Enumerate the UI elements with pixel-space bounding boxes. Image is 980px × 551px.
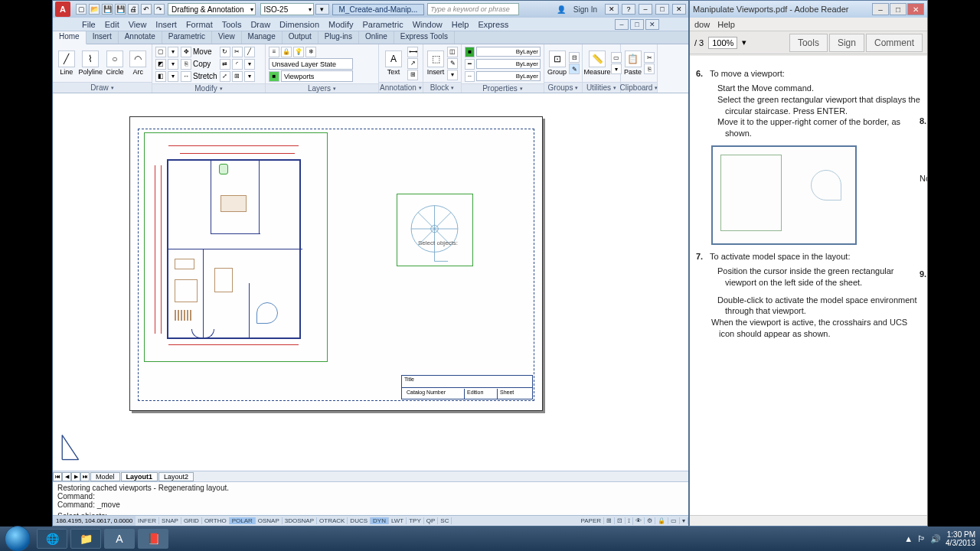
menu-insert[interactable]: Insert <box>155 20 177 29</box>
ltab-layout2[interactable]: Layout2 <box>158 472 194 481</box>
drawing-area[interactable]: Select objects: Title Catalog Number Edi… <box>53 93 688 471</box>
ribbon-tabs[interactable]: Home Insert Annotate Parametric View Man… <box>53 31 688 44</box>
adobe-zoom[interactable]: 100% <box>708 37 737 49</box>
copy-clip-icon[interactable]: ⎘ <box>644 64 655 74</box>
command-line[interactable]: Restoring cached viewports - Regeneratin… <box>53 481 688 515</box>
line-button[interactable]: ╱Line <box>56 51 77 76</box>
adobe-close-button[interactable]: ✕ <box>907 3 924 15</box>
panel-layers-title[interactable]: Layers <box>266 83 378 93</box>
trim-icon[interactable]: ✂ <box>232 47 243 57</box>
menu-modify[interactable]: Modify <box>328 20 353 29</box>
status-grid[interactable]: GRID <box>181 517 202 524</box>
adobe-titlebar[interactable]: Manipulate Viewports.pdf - Adobe Reader … <box>690 1 927 18</box>
rotate-icon[interactable]: ↻ <box>220 47 230 57</box>
paste-button[interactable]: 📋Paste <box>624 51 642 76</box>
rtab-insert[interactable]: Insert <box>87 31 119 44</box>
taskbar-clock[interactable]: 1:30 PM4/3/2013 <box>946 530 975 547</box>
adobe-menu-window[interactable]: dow <box>694 20 710 29</box>
rtab-home[interactable]: Home <box>53 31 87 44</box>
qat-open-icon[interactable]: 📂 <box>89 4 100 15</box>
status-osnap[interactable]: OSNAP <box>256 517 283 524</box>
adobe-comment-btn[interactable]: Comment <box>866 34 923 52</box>
arc-button[interactable]: ◠Arc <box>128 51 149 76</box>
polyline-button[interactable]: ⌇Polyline <box>79 51 102 76</box>
rtab-manage[interactable]: Manage <box>242 31 283 44</box>
create-block-icon[interactable]: ◫ <box>447 47 458 57</box>
adobe-tools-btn[interactable]: Tools <box>789 34 828 52</box>
adobe-document[interactable]: 6.To move a viewport: Start the Move com… <box>690 56 927 515</box>
dimstyle-selector[interactable]: ISO-25 <box>260 3 314 15</box>
status-dyn[interactable]: DYN <box>371 517 389 524</box>
panel-props-title[interactable]: Properties <box>462 83 544 93</box>
mirror-icon[interactable]: ⇄ <box>220 59 230 70</box>
lweight-combo[interactable]: ByLayer <box>476 59 541 69</box>
signin-link[interactable]: Sign In <box>569 5 602 14</box>
panel-groups-title[interactable]: Groups <box>544 82 582 93</box>
fillet-icon[interactable]: ◜ <box>232 59 243 70</box>
system-tray[interactable]: ▲ 🏳 🔊 1:30 PM4/3/2013 <box>904 530 980 547</box>
ltab-next-icon[interactable]: ▶ <box>71 472 80 481</box>
menu-draw[interactable]: Draw <box>250 20 270 29</box>
adobe-menubar[interactable]: dow Help <box>690 18 927 31</box>
status-icon[interactable]: ▾ <box>680 517 688 524</box>
rtab-express[interactable]: Express Tools <box>394 31 455 44</box>
adobe-min-button[interactable]: – <box>872 3 889 15</box>
layer-current-combo[interactable]: Viewports <box>281 70 353 82</box>
table-icon[interactable]: ⊞ <box>407 70 418 80</box>
panel-util-title[interactable]: Utilities <box>583 82 620 93</box>
rect-icon[interactable]: ▢ <box>155 47 166 57</box>
status-icon[interactable]: ⊞ <box>604 517 615 524</box>
insert-button[interactable]: ⬚Insert <box>426 51 445 76</box>
menu-help[interactable]: Help <box>452 20 469 29</box>
rtab-online[interactable]: Online <box>359 31 394 44</box>
status-3dosnap[interactable]: 3DOSNAP <box>283 517 317 524</box>
menu-window[interactable]: Window <box>413 20 443 29</box>
group-edit-icon[interactable]: ✎ <box>569 64 580 74</box>
tray-network-icon[interactable]: 🏳 <box>917 534 926 543</box>
qat-save-icon[interactable]: 💾 <box>102 4 113 15</box>
menu-format[interactable]: Format <box>186 20 213 29</box>
panel-clip-title[interactable]: Clipboard <box>621 82 657 93</box>
taskbar-adobe-icon[interactable]: 📕 <box>138 529 168 549</box>
move-icon[interactable]: ✥ <box>181 47 191 57</box>
ltab-model[interactable]: Model <box>90 472 120 481</box>
status-icon[interactable]: 👁 <box>633 517 645 524</box>
status-icon[interactable]: ▭ <box>668 517 680 524</box>
exchange-icon[interactable]: ✕ <box>605 4 619 15</box>
group-button[interactable]: ⊡Group <box>547 51 567 76</box>
tray-sound-icon[interactable]: 🔊 <box>930 534 941 544</box>
panel-anno-title[interactable]: Annotation <box>379 82 423 93</box>
menu-parametric[interactable]: Parametric <box>362 20 403 29</box>
rtab-output[interactable]: Output <box>283 31 318 44</box>
status-tpy[interactable]: TPY <box>407 517 424 524</box>
start-button[interactable] <box>5 526 31 551</box>
status-icon[interactable]: 🔒 <box>655 517 668 524</box>
help-icon[interactable]: ? <box>622 4 635 15</box>
tray-flag-icon[interactable]: ▲ <box>904 534 913 543</box>
edit-block-icon[interactable]: ✎ <box>447 58 458 69</box>
adobe-menu-help[interactable]: Help <box>717 20 735 29</box>
scale-icon[interactable]: ⤢ <box>220 71 230 82</box>
status-icon[interactable]: ⟟ <box>626 517 633 525</box>
measure-button[interactable]: 📏Measure <box>586 51 609 76</box>
copy-icon[interactable]: ⎘ <box>181 59 191 70</box>
status-icon[interactable]: ⚙ <box>645 517 655 524</box>
windows-taskbar[interactable]: 🌐 📁 A 📕 ▲ 🏳 🔊 1:30 PM4/3/2013 <box>0 527 980 551</box>
cut-icon[interactable]: ✂ <box>644 52 655 63</box>
region-icon[interactable]: ◧ <box>155 71 166 82</box>
doc-max-icon[interactable]: □ <box>630 19 644 30</box>
quick-access-toolbar[interactable]: ▢ 📂 💾 💾 🖨 ↶ ↷ <box>76 4 165 15</box>
acad-max-button[interactable]: □ <box>655 4 669 15</box>
ungroup-icon[interactable]: ⊟ <box>569 52 580 63</box>
autocad-logo-icon[interactable]: A <box>55 2 70 17</box>
qat-redo-icon[interactable]: ↷ <box>154 4 165 15</box>
taskbar-ie-icon[interactable]: 🌐 <box>37 529 67 549</box>
rtab-plugins[interactable]: Plug-ins <box>318 31 359 44</box>
layout-tabs[interactable]: ⏮ ◀ ▶ ⏭ Model Layout1 Layout2 <box>53 471 688 481</box>
acad-close-button[interactable]: ✕ <box>672 4 686 15</box>
menu-edit[interactable]: Edit <box>105 20 119 29</box>
status-lwt[interactable]: LWT <box>389 517 407 524</box>
status-infer[interactable]: INFER <box>136 517 159 524</box>
workspace-selector[interactable]: Drafting & Annotation <box>168 3 256 15</box>
layer-state-combo[interactable]: Unsaved Layer State <box>269 58 353 70</box>
